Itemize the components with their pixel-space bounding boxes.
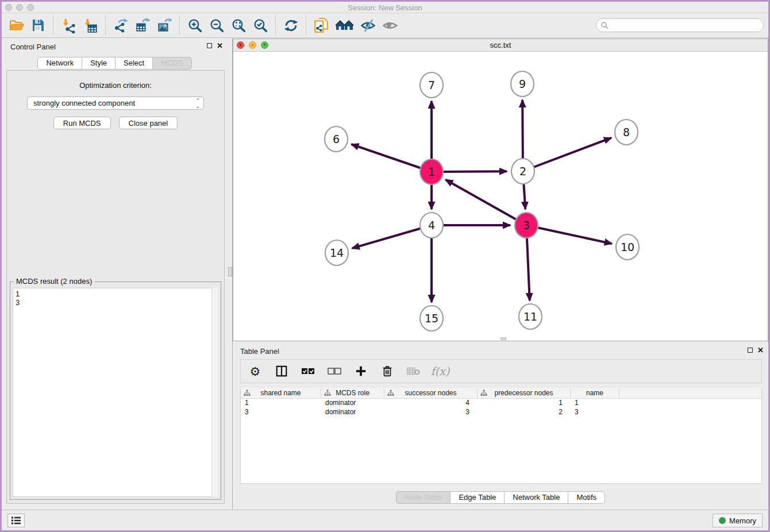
table-row[interactable]: 1dominator411 xyxy=(241,399,761,408)
hide-all-columns-button[interactable] xyxy=(327,363,342,380)
graph-node-3[interactable]: 3 xyxy=(515,213,538,238)
clone-network-button[interactable] xyxy=(310,14,332,36)
svg-text:4: 4 xyxy=(428,219,435,232)
create-column-button[interactable] xyxy=(353,363,368,380)
float-table-panel-icon[interactable] xyxy=(748,348,753,353)
tab-edge-table[interactable]: Edge Table xyxy=(450,491,504,504)
zoom-fit-button[interactable] xyxy=(228,14,249,36)
graph-node-8[interactable]: 8 xyxy=(615,119,638,145)
table-cell[interactable]: 3 xyxy=(571,408,619,417)
clone-network-icon xyxy=(313,17,329,33)
network-resize-handle[interactable] xyxy=(500,337,506,340)
memory-button[interactable]: Memory xyxy=(713,514,763,527)
main-toolbar xyxy=(2,13,768,38)
result-scrollbar[interactable] xyxy=(211,288,218,497)
graph-node-9[interactable]: 9 xyxy=(511,71,534,97)
eye-slash-icon xyxy=(360,18,377,33)
graph-node-2[interactable]: 2 xyxy=(511,159,534,184)
float-panel-icon[interactable] xyxy=(207,43,212,48)
task-history-button[interactable] xyxy=(7,514,25,527)
column-header-MCDS-role[interactable]: MCDS role xyxy=(321,388,384,398)
table-cell[interactable]: 1 xyxy=(571,399,619,408)
save-session-button[interactable] xyxy=(27,14,49,36)
column-type-icon xyxy=(387,390,394,396)
table-cell[interactable]: 1 xyxy=(478,399,571,408)
mcds-result-text[interactable]: 1 3 xyxy=(13,288,218,497)
show-all-button[interactable] xyxy=(379,14,401,36)
home-button[interactable] xyxy=(332,14,357,36)
import-table-icon xyxy=(83,18,98,33)
open-session-button[interactable] xyxy=(5,14,27,36)
table-cell[interactable]: dominator xyxy=(321,399,384,408)
table-row[interactable]: 3dominator323 xyxy=(241,408,761,417)
run-mcds-button[interactable]: Run MCDS xyxy=(53,117,111,129)
close-panel-button[interactable]: Close panel xyxy=(119,117,178,129)
column-header-successor-nodes[interactable]: successor nodes xyxy=(384,388,478,398)
table-settings-button[interactable]: ⚙ xyxy=(248,363,263,380)
zoom-out-button[interactable] xyxy=(206,14,228,36)
network-canvas[interactable]: 1234678910111415 xyxy=(233,52,768,341)
import-table-button[interactable] xyxy=(79,14,101,36)
svg-text:7: 7 xyxy=(428,79,435,91)
graph-node-7[interactable]: 7 xyxy=(420,72,443,98)
export-network-button[interactable] xyxy=(110,14,132,36)
svg-text:15: 15 xyxy=(425,312,438,325)
tab-network[interactable]: Network xyxy=(37,57,82,70)
status-bar: Memory xyxy=(2,510,768,530)
graph-node-1[interactable]: 1 xyxy=(420,159,443,184)
import-network-icon xyxy=(61,18,76,33)
zoom-in-button[interactable] xyxy=(184,14,206,36)
tab-network-table[interactable]: Network Table xyxy=(504,491,568,504)
graph-edge-3-1[interactable] xyxy=(445,180,526,225)
splitter-grip[interactable] xyxy=(228,267,232,276)
table-panel: Table Panel ✕ ⚙ xyxy=(233,343,768,510)
zoom-selected-icon xyxy=(253,18,268,33)
column-header-predecessor-nodes[interactable]: predecessor nodes xyxy=(478,388,571,398)
search-field[interactable] xyxy=(596,18,764,32)
graph-node-6[interactable]: 6 xyxy=(325,126,348,152)
tab-select[interactable]: Select xyxy=(115,57,152,70)
close-table-panel-icon[interactable]: ✕ xyxy=(757,347,764,353)
graph-node-10[interactable]: 10 xyxy=(616,234,639,260)
export-table-button[interactable] xyxy=(132,14,153,36)
export-image-button[interactable] xyxy=(153,14,175,36)
titlebar: Session: New Session xyxy=(2,2,768,13)
tab-mcds[interactable]: MCDS xyxy=(152,57,191,70)
table-cell[interactable]: dominator xyxy=(321,408,384,417)
vertical-splitter[interactable] xyxy=(228,38,233,510)
graph-node-11[interactable]: 11 xyxy=(519,304,542,329)
import-network-button[interactable] xyxy=(57,14,79,36)
table-toolbar: ⚙ xyxy=(240,359,762,383)
mcds-result-box: MCDS result (2 nodes) 1 3 xyxy=(10,282,221,500)
split-view-button[interactable] xyxy=(274,363,289,380)
gear-icon: ⚙ xyxy=(250,365,261,377)
criterion-select[interactable]: strongly connected component ⌃⌄ xyxy=(27,97,204,110)
tab-motifs[interactable]: Motifs xyxy=(568,491,605,504)
network-graph[interactable]: 1234678910111415 xyxy=(233,52,768,341)
graph-edge-2-8[interactable] xyxy=(523,138,611,171)
graph-node-4[interactable]: 4 xyxy=(420,213,443,238)
table-cell[interactable]: 3 xyxy=(384,408,478,417)
zoom-selected-button[interactable] xyxy=(249,14,271,36)
graph-edge-4-14[interactable] xyxy=(352,225,432,248)
table-cell[interactable]: 2 xyxy=(478,408,571,417)
search-input[interactable] xyxy=(609,20,763,31)
column-header-name[interactable]: name xyxy=(571,388,619,398)
show-all-columns-button[interactable] xyxy=(301,363,315,380)
graph-edge-1-6[interactable] xyxy=(351,144,432,172)
table-cell[interactable]: 1 xyxy=(241,399,321,408)
hide-selected-button[interactable] xyxy=(357,14,379,36)
graph-edge-3-10[interactable] xyxy=(526,225,612,244)
tab-node-table[interactable]: Node Table xyxy=(396,491,451,504)
refresh-button[interactable] xyxy=(280,14,302,36)
tab-style[interactable]: Style xyxy=(82,57,115,70)
delete-table-button xyxy=(406,363,421,380)
delete-column-button[interactable] xyxy=(380,363,395,380)
close-panel-icon[interactable]: ✕ xyxy=(217,43,223,49)
graph-node-14[interactable]: 14 xyxy=(325,240,348,265)
graph-node-15[interactable]: 15 xyxy=(420,306,443,331)
column-header-shared-name[interactable]: shared name xyxy=(241,388,321,398)
table-cell[interactable]: 4 xyxy=(384,399,478,408)
column-type-icon xyxy=(480,390,487,396)
table-cell[interactable]: 3 xyxy=(241,408,321,417)
